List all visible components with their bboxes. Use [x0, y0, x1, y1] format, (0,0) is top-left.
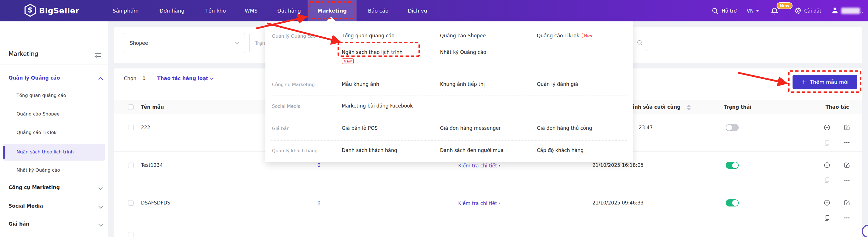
sidebar-item-ngan-sach-theo-lich-trinh[interactable]: Ngân sách theo lịch trình [17, 149, 74, 155]
chevron-down-icon[interactable] [99, 186, 102, 189]
sidebar-item-nhat-ky-quang-cao[interactable]: Nhật ký Quảng cáo [17, 167, 60, 173]
nav-wms[interactable]: WMS [245, 0, 258, 21]
user-name-blurred [841, 8, 860, 14]
row-checkbox[interactable] [128, 163, 133, 168]
menu-item-quan-ly-danh-gia[interactable]: Quản lý đánh giá [537, 81, 578, 87]
user-account[interactable]: .. [831, 0, 863, 21]
chevron-down-icon [210, 76, 214, 80]
settings-link[interactable]: Cài đặt [804, 0, 821, 21]
chevron-down-icon[interactable] [99, 222, 102, 226]
copy-icon[interactable] [824, 177, 830, 184]
sidebar-item-tong-quan-quang-cao[interactable]: Tổng quan quảng cáo [17, 93, 66, 98]
sidebar-group-quan-ly-quang-cao[interactable]: Quản lý Quảng cáo [8, 75, 60, 81]
new-badge: New [342, 58, 354, 64]
add-circle-icon[interactable] [824, 199, 830, 206]
add-circle-icon[interactable] [824, 124, 830, 131]
menu-item-ngan-sach-theo-lich-trinh[interactable]: Ngân sách theo lịch trình [342, 49, 403, 55]
menu-divider [271, 74, 627, 74]
menu-section-label: Social Media [272, 104, 301, 109]
menu-item-tong-quan-quang-cao[interactable]: Tổng quan quảng cáo [342, 33, 395, 38]
toolbar-divider [151, 75, 151, 82]
menu-item-danh-sach-khach-hang[interactable]: Danh sách khách hàng [342, 148, 397, 153]
sort-icon[interactable] [687, 105, 690, 110]
more-actions-icon[interactable] [843, 177, 850, 184]
menu-item-danh-sach-den-nguoi-mua[interactable]: Danh sách đen người mua [440, 148, 503, 153]
add-template-button[interactable]: + Thêm mẫu mới [793, 75, 857, 89]
search-button[interactable] [633, 36, 647, 51]
header-thao-tac: Thao tác [826, 104, 849, 110]
language-label: VN [747, 8, 753, 14]
row-checkbox[interactable] [128, 200, 133, 206]
sidebar-group-social-media[interactable]: Social Media [8, 203, 43, 209]
menu-item-nhat-ky-quang-cao[interactable]: Nhật ký Quảng cáo [440, 49, 486, 55]
sidebar-item-quang-cao-shopee[interactable]: Quảng cáo Shopee [17, 111, 60, 117]
nav-san-pham[interactable]: Sản phẩm [113, 0, 139, 21]
template-count: 0 [290, 200, 347, 206]
sidebar-group-cong-cu-marketing[interactable]: Công cụ Marketing [8, 185, 60, 190]
bulk-actions-dropdown[interactable]: Thao tác hàng loạt [157, 76, 213, 81]
edit-icon[interactable] [843, 124, 850, 131]
chevron-up-icon[interactable] [99, 76, 102, 80]
nav-bao-cao[interactable]: Báo cáo [368, 0, 389, 21]
more-actions-icon[interactable] [843, 214, 850, 221]
language-caret-icon [756, 10, 759, 12]
svg-text:S: S [28, 6, 32, 14]
sidebar-group-gia-ban[interactable]: Giá bán [8, 221, 29, 227]
menu-item-mau-khung-anh[interactable]: Mẫu khung ảnh [342, 81, 379, 87]
sidebar-divider [0, 64, 108, 64]
nav-don-hang[interactable]: Đơn hàng [159, 0, 184, 21]
copy-icon[interactable] [824, 214, 830, 221]
floating-widget-ring[interactable] [862, 225, 868, 237]
platform-select[interactable]: Shopee [124, 33, 245, 53]
nav-ton-kho[interactable]: Tồn kho [205, 0, 226, 21]
row-checkbox[interactable] [128, 232, 133, 237]
status-toggle-off[interactable] [725, 124, 739, 131]
nav-dich-vu[interactable]: Dịch vụ [408, 0, 427, 21]
menu-section-label: Giá bán [272, 126, 290, 131]
template-name: 222 [141, 125, 150, 130]
status-toggle-on[interactable] [725, 162, 739, 169]
menu-item-gia-ban-le-pos[interactable]: Giá bán lẻ POS [342, 125, 378, 131]
menu-item-khung-anh-tiep-thi[interactable]: Khung ảnh tiếp thị [440, 81, 485, 87]
status-toggle-on[interactable] [725, 199, 739, 207]
marketing-dropdown-panel: Quản lý Quảng cáo Tổng quan quảng cáo Qu… [266, 21, 633, 162]
select-all-checkbox[interactable] [128, 104, 133, 110]
menu-item-quang-cao-tiktok[interactable]: Quảng cáo TikTokNew [537, 33, 594, 38]
plus-icon: + [801, 79, 806, 85]
menu-item-marketing-bai-dang-facebook[interactable]: Marketing bài đăng Facebook [342, 103, 413, 109]
detail-link[interactable]: Kiểm tra chi tiết› [437, 162, 522, 168]
dropdown-caret [327, 17, 336, 21]
menu-item-gia-don-hang-thu-cong[interactable]: Giá đơn hàng thủ công [537, 125, 592, 131]
language-selector[interactable]: VN [747, 0, 759, 21]
sidebar-active-item-bar [3, 146, 5, 159]
chevron-down-icon[interactable] [99, 204, 102, 208]
detail-link[interactable]: Kiểm tra chi tiết› [437, 200, 522, 206]
last-edited-time: 21/10/2025 16:18:05 [575, 162, 661, 168]
menu-section-label: Công cụ Marketing [272, 82, 315, 87]
chevron-right-icon: › [498, 162, 500, 168]
edit-icon[interactable] [843, 162, 850, 168]
global-search-icon[interactable] [711, 0, 719, 21]
nav-dat-hang[interactable]: Đặt hàng [277, 0, 301, 21]
bigseller-logo[interactable]: S BigSeller [24, 0, 80, 21]
chevron-right-icon: › [498, 200, 500, 206]
menu-item-cap-do-khach-hang[interactable]: Cấp độ khách hàng [537, 148, 584, 153]
support-link[interactable]: Hỗ trợ [722, 0, 737, 21]
copy-icon[interactable] [824, 139, 830, 146]
more-actions-icon[interactable] [843, 139, 850, 146]
menu-item-gia-don-hang-messenger[interactable]: Giá đơn hàng messenger [440, 125, 501, 131]
settings-gear-icon[interactable] [795, 0, 802, 21]
last-edited-time: 21/10/2025 09:46:33 [575, 200, 661, 206]
new-badge: New [582, 33, 594, 38]
notifications-new-badge: New [777, 2, 793, 9]
toggle-knob [726, 125, 732, 131]
sidebar-item-quang-cao-tiktok[interactable]: Quảng cáo TikTok [17, 130, 57, 135]
platform-select-value: Shopee [130, 40, 148, 46]
menu-item-quang-cao-shopee[interactable]: Quảng cáo Shopee [440, 33, 486, 38]
header-ten-mau: Tên mẫu [141, 104, 164, 110]
collapse-sidebar-icon[interactable] [94, 52, 102, 60]
search-icon [637, 40, 643, 47]
edit-icon[interactable] [843, 199, 850, 206]
add-circle-icon[interactable] [824, 162, 830, 168]
row-checkbox[interactable] [128, 125, 133, 130]
